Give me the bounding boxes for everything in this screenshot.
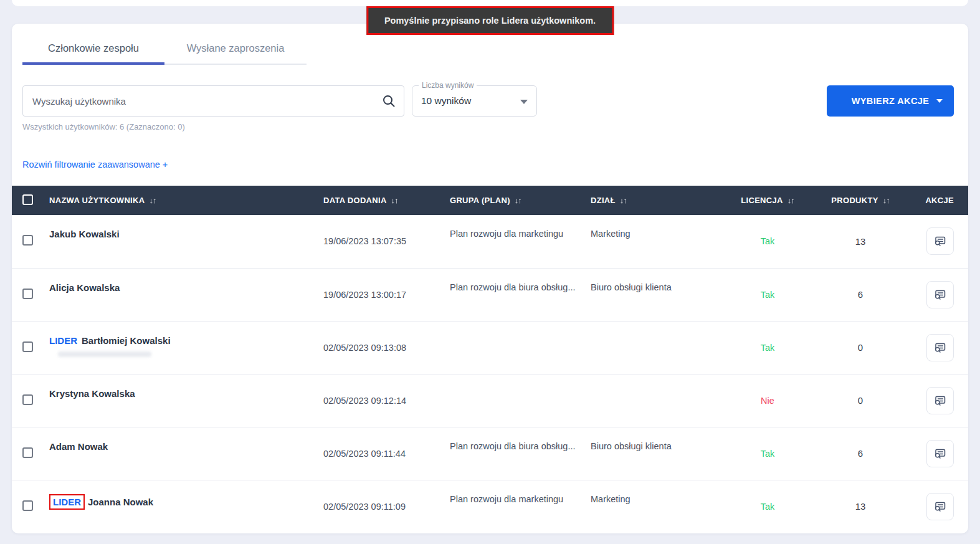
sort-icon[interactable]: ↓↑ xyxy=(787,196,794,205)
row-checkbox[interactable] xyxy=(22,235,33,246)
group-plan: Plan rozwoju dla marketingu xyxy=(450,215,591,268)
tab-team-members-label: Członkowie zespołu xyxy=(48,42,139,54)
search-icon[interactable] xyxy=(382,94,396,110)
license-status: Nie xyxy=(736,374,799,427)
products-count: 13 xyxy=(799,215,922,268)
date-added: 19/06/2023 13:00:17 xyxy=(323,268,450,321)
search-field-wrap xyxy=(22,85,404,117)
toast-message: Pomyślnie przypisano role Lidera użytkow… xyxy=(384,16,596,26)
date-added: 19/06/2023 13:07:35 xyxy=(323,215,450,268)
user-card-preview-icon xyxy=(933,446,948,461)
date-added: 02/05/2023 09:13:08 xyxy=(323,321,450,374)
user-name: Alicja Kowalska xyxy=(49,282,120,293)
team-members-table: NAZWA UŻYTKOWNIKA↓↑ DATA DODANIA↓↑ GRUPA… xyxy=(12,186,968,533)
chevron-down-icon xyxy=(520,100,528,104)
leader-badge-highlight: LIDER xyxy=(49,494,85,510)
user-name: Krystyna Kowalska xyxy=(49,388,135,399)
group-plan xyxy=(450,321,591,374)
column-header-license[interactable]: LICENCJA↓↑ xyxy=(736,186,799,215)
license-status: Tak xyxy=(736,427,799,480)
select-all-checkbox[interactable] xyxy=(22,194,33,205)
date-added: 02/05/2023 09:11:44 xyxy=(323,427,450,480)
success-toast: Pomyślnie przypisano role Lidera użytkow… xyxy=(366,6,614,35)
table-row: Krystyna Kowalska 02/05/2023 09:12:14 Ni… xyxy=(12,374,968,427)
license-status: Tak xyxy=(736,268,799,321)
license-status: Tak xyxy=(736,321,799,374)
table-row: Alicja Kowalska 19/06/2023 13:00:17 Plan… xyxy=(12,268,968,321)
chevron-down-icon xyxy=(936,99,943,103)
group-plan: Plan rozwoju dla biura obsług... xyxy=(450,268,591,321)
user-name: Bartłomiej Kowalski xyxy=(82,335,171,346)
row-details-button[interactable] xyxy=(926,227,954,255)
user-name: Adam Nowak xyxy=(49,441,108,452)
choose-actions-label: WYBIERZ AKCJE xyxy=(852,96,930,106)
sort-icon[interactable]: ↓↑ xyxy=(149,196,156,205)
team-members-card: Członkowie zespołu Wysłane zaproszenia L… xyxy=(12,24,968,533)
license-status: Tak xyxy=(736,215,799,268)
table-header: NAZWA UŻYTKOWNIKA↓↑ DATA DODANIA↓↑ GRUPA… xyxy=(12,186,968,215)
department: Biuro obsługi klienta xyxy=(591,268,736,321)
tab-team-members[interactable]: Członkowie zespołu xyxy=(22,42,164,65)
sort-icon[interactable]: ↓↑ xyxy=(883,196,890,205)
tab-bar: Członkowie zespołu Wysłane zaproszenia xyxy=(12,42,968,65)
tab-sent-invitations-label: Wysłane zaproszenia xyxy=(187,42,285,54)
user-name: Jakub Kowalski xyxy=(49,229,120,239)
products-count: 0 xyxy=(799,374,922,427)
leader-badge: LIDER xyxy=(49,335,77,346)
group-plan: Plan rozwoju dla marketingu xyxy=(450,480,591,533)
results-count-label: Liczba wyników xyxy=(419,81,477,90)
column-header-department[interactable]: DZIAŁ↓↑ xyxy=(591,186,736,215)
controls-row: Liczba wyników 10 wyników WYBIERZ AKCJE xyxy=(12,85,968,117)
results-count-value: 10 wyników xyxy=(421,95,471,107)
table-row: LIDERJoanna Nowak 02/05/2023 09:11:09 Pl… xyxy=(12,480,968,533)
products-count: 6 xyxy=(799,268,922,321)
row-details-button[interactable] xyxy=(926,334,954,361)
department: Marketing xyxy=(591,480,736,533)
column-header-actions: AKCJE xyxy=(922,186,968,215)
department: Biuro obsługi klienta xyxy=(591,427,736,480)
row-details-button[interactable] xyxy=(926,440,954,467)
row-checkbox[interactable] xyxy=(22,500,33,511)
row-checkbox[interactable] xyxy=(22,289,33,299)
users-summary: Wszystkich użytkowników: 6 (Zaznaczono: … xyxy=(22,122,968,131)
previous-card-edge xyxy=(12,0,968,6)
column-header-name[interactable]: NAZWA UŻYTKOWNIKA↓↑ xyxy=(49,186,323,215)
column-header-products[interactable]: PRODUKTY↓↑ xyxy=(799,186,922,215)
user-name: Joanna Nowak xyxy=(88,497,153,507)
group-plan: Plan rozwoju dla biura obsług... xyxy=(450,427,591,480)
column-header-date[interactable]: DATA DODANIA↓↑ xyxy=(323,186,450,215)
row-details-button[interactable] xyxy=(926,281,954,308)
row-checkbox[interactable] xyxy=(22,341,33,352)
advanced-filter-link[interactable]: Rozwiń filtrowanie zaawansowane + xyxy=(22,160,168,169)
row-details-button[interactable] xyxy=(926,493,954,520)
date-added: 02/05/2023 09:11:09 xyxy=(323,480,450,533)
group-plan xyxy=(450,374,591,427)
leader-badge: LIDER xyxy=(53,497,81,507)
results-count-select[interactable]: Liczba wyników 10 wyników xyxy=(412,85,537,117)
user-card-preview-icon xyxy=(933,234,948,249)
choose-actions-button[interactable]: WYBIERZ AKCJE xyxy=(827,85,954,117)
user-card-preview-icon xyxy=(933,393,948,408)
column-header-group[interactable]: GRUPA (PLAN)↓↑ xyxy=(450,186,591,215)
sort-icon[interactable]: ↓↑ xyxy=(620,196,627,205)
products-count: 13 xyxy=(799,480,922,533)
user-card-preview-icon xyxy=(933,499,948,514)
user-card-preview-icon xyxy=(933,287,948,302)
row-details-button[interactable] xyxy=(926,387,954,414)
table-row: LIDERBartłomiej Kowalski 02/05/2023 09:1… xyxy=(12,321,968,374)
table-row: Adam Nowak 02/05/2023 09:11:44 Plan rozw… xyxy=(12,427,968,480)
license-status: Tak xyxy=(736,480,799,533)
department xyxy=(591,321,736,374)
row-checkbox[interactable] xyxy=(22,447,33,458)
search-input[interactable] xyxy=(22,85,404,117)
blurred-text xyxy=(58,351,151,357)
sort-icon[interactable]: ↓↑ xyxy=(391,196,398,205)
table-row: Jakub Kowalski 19/06/2023 13:07:35 Plan … xyxy=(12,215,968,268)
department: Marketing xyxy=(591,215,736,268)
tab-sent-invitations[interactable]: Wysłane zaproszenia xyxy=(164,42,307,65)
sort-icon[interactable]: ↓↑ xyxy=(515,196,521,205)
date-added: 02/05/2023 09:12:14 xyxy=(323,374,450,427)
row-checkbox[interactable] xyxy=(22,394,33,405)
user-card-preview-icon xyxy=(933,340,948,355)
products-count: 0 xyxy=(799,321,922,374)
